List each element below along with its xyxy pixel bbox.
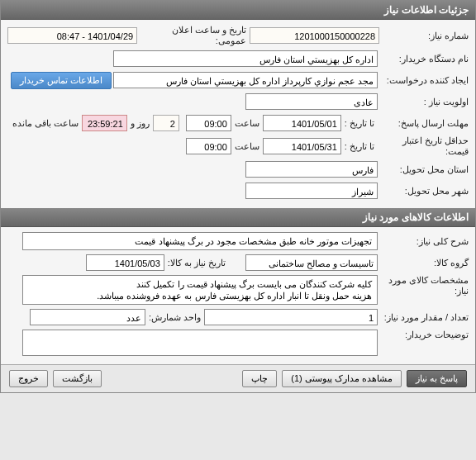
days-remaining-field: 2 — [153, 115, 179, 131]
creator-field: مجد عجم نوازي كارپرداز اداره كل بهزيستي … — [113, 72, 378, 88]
deadline-label: مهلت ارسال پاسخ: — [378, 118, 469, 129]
desc-label: شرح کلی نیاز: — [378, 236, 469, 247]
time-label-2: ساعت — [231, 141, 263, 152]
row-validity: حداقل تاریخ اعتبار قیمت: تا تاریخ : 1401… — [7, 135, 469, 157]
hours-remaining-field: 23:59:21 — [82, 115, 127, 131]
public-date-field: 1401/04/29 - 08:47 — [7, 27, 137, 44]
row-province: استان محل تحویل: فارس — [7, 160, 469, 178]
print-button[interactable]: چاپ — [242, 370, 277, 387]
notes-label: توضیحات خریدار: — [378, 330, 469, 340]
need-number-field: 1201000150000228 — [250, 27, 379, 44]
respond-button[interactable]: پاسخ به نیاز — [407, 370, 467, 387]
validity-time-field: 09:00 — [186, 138, 231, 154]
row-desc: شرح کلی نیاز: تجهیزات موتور خانه طبق مشخ… — [7, 232, 469, 250]
desc-field: تجهیزات موتور خانه طبق مشخصات مجود در بر… — [22, 232, 378, 250]
validity-label: حداقل تاریخ اعتبار قیمت: — [378, 135, 469, 157]
city-label: شهر محل تحویل: — [378, 186, 469, 197]
row-number: شماره نیاز: 1201000150000228 تاریخ و ساع… — [7, 25, 469, 46]
buyer-label: نام دستگاه خریدار: — [378, 54, 469, 64]
need-date-field: 1401/05/03 — [86, 254, 164, 271]
qty-field: 1 — [204, 309, 378, 325]
row-priority: اولویت نیاز : عادی — [7, 92, 469, 111]
goods-info-body: شرح کلی نیاز: تجهیزات موتور خانه طبق مشخ… — [1, 227, 475, 364]
need-number-label: شماره نیاز: — [379, 31, 469, 41]
to-date-label-2: تا تاریخ : — [341, 141, 378, 152]
footer-bar: پاسخ به نیاز مشاهده مدارک پیوستی (1) چاپ… — [1, 364, 475, 392]
creator-label: ایجاد کننده درخواست: — [378, 75, 469, 86]
main-container: جزئیات اطلاعات نیاز شماره نیاز: 12010001… — [0, 0, 476, 393]
priority-label: اولویت نیاز : — [378, 97, 469, 107]
contact-buyer-button[interactable]: اطلاعات تماس خریدار — [11, 72, 112, 89]
spec-label: مشخصات کالای مورد نیاز: — [378, 275, 469, 296]
days-label: روز و — [127, 118, 153, 129]
province-field: فارس — [245, 161, 378, 178]
deadline-time-field: 09:00 — [186, 115, 231, 131]
province-label: استان محل تحویل: — [378, 164, 469, 175]
need-details-header: جزئیات اطلاعات نیاز — [1, 1, 475, 20]
deadline-date-field: 1401/05/01 — [263, 115, 341, 131]
row-group: گروه کالا: تاسیسات و مصالح ساختمانی تاری… — [7, 254, 469, 272]
footer-left-group: بازگشت خروج — [7, 370, 103, 387]
spec-field: کلیه شرکت کنندگان می بایست برگ پیشنهاد ق… — [22, 275, 378, 305]
validity-date-field: 1401/05/31 — [263, 138, 341, 154]
need-details-body: شماره نیاز: 1201000150000228 تاریخ و ساع… — [1, 20, 475, 208]
hours-label: ساعت باقی مانده — [9, 118, 82, 129]
qty-label: تعداد / مقدار مورد نیاز: — [378, 312, 469, 323]
unit-label: واحد شمارش: — [145, 312, 204, 323]
row-deadline: مهلت ارسال پاسخ: تا تاریخ : 1401/05/01 س… — [7, 114, 469, 132]
row-notes: توضیحات خریدار: — [7, 330, 469, 356]
row-qty: تعداد / مقدار مورد نیاز: 1 واحد شمارش: ع… — [7, 308, 469, 326]
attachments-button[interactable]: مشاهده مدارک پیوستی (1) — [282, 370, 402, 387]
row-spec: مشخصات کالای مورد نیاز: کلیه شرکت کنندگا… — [7, 275, 469, 305]
to-date-label: تا تاریخ : — [341, 118, 378, 129]
buyer-field: اداره كل بهزيستي استان فارس — [113, 50, 378, 67]
row-creator: ایجاد کننده درخواست: مجد عجم نوازي كارپر… — [7, 71, 469, 89]
footer-right-group: پاسخ به نیاز مشاهده مدارک پیوستی (1) چاپ — [240, 370, 469, 387]
need-date-label: تاریخ نیاز به کالا: — [164, 258, 229, 268]
remaining-group: 2 روز و 23:59:21 ساعت باقی مانده — [9, 115, 179, 131]
city-field: شيراز — [245, 183, 378, 199]
row-buyer: نام دستگاه خریدار: اداره كل بهزيستي استا… — [7, 50, 469, 68]
unit-field: عدد — [30, 309, 145, 325]
back-button[interactable]: بازگشت — [53, 370, 102, 387]
priority-field: عادی — [245, 93, 378, 110]
group-field: تاسیسات و مصالح ساختمانی — [245, 254, 378, 271]
exit-button[interactable]: خروج — [9, 370, 48, 387]
goods-info-header: اطلاعات کالاهای مورد نیاز — [1, 208, 475, 227]
public-date-label: تاریخ و ساعت اعلان عمومی: — [137, 25, 250, 46]
notes-field — [22, 330, 378, 356]
row-city: شهر محل تحویل: شيراز — [7, 182, 469, 200]
time-label-1: ساعت — [231, 118, 263, 129]
group-label: گروه کالا: — [378, 258, 469, 268]
